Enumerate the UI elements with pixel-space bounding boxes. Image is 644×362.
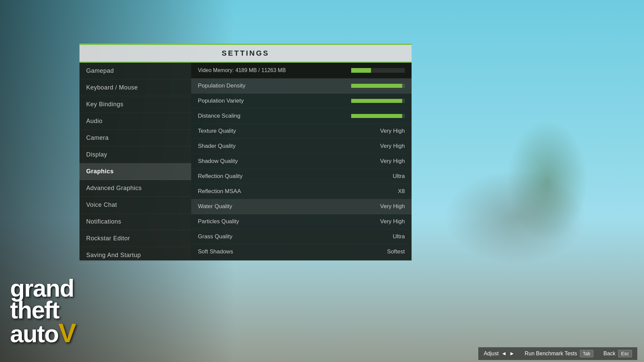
- slider-bar-distance-scaling: [351, 114, 405, 118]
- setting-label-water-quality: Water Quality: [198, 203, 232, 210]
- nav-item-voice-chat[interactable]: Voice Chat: [79, 197, 191, 214]
- logo-line3: autoV: [10, 321, 75, 345]
- settings-title-bar: SETTINGS: [79, 45, 412, 63]
- logo-line1: grand: [10, 278, 75, 299]
- nav-item-camera[interactable]: Camera: [79, 130, 191, 146]
- back-key: Esc: [618, 350, 632, 357]
- benchmark-label: Run Benchmark Tests: [525, 351, 577, 357]
- setting-label-texture-quality: Texture Quality: [198, 128, 236, 134]
- setting-value-shadow-quality: Very High: [380, 158, 405, 165]
- slider-bar-population-variety: [351, 99, 405, 103]
- setting-value-water-quality: Very High: [380, 203, 405, 210]
- nav-item-rockstar-editor[interactable]: Rockstar Editor: [79, 230, 191, 247]
- nav-item-notifications[interactable]: Notifications: [79, 214, 191, 230]
- gta-logo: grand theft autoV: [10, 278, 75, 345]
- setting-row-reflection-quality[interactable]: Reflection Quality Ultra: [191, 169, 412, 184]
- video-memory-row: Video Memory: 4189 MB / 11263 MB: [191, 63, 412, 78]
- nav-item-saving-startup[interactable]: Saving And Startup: [79, 247, 191, 264]
- setting-label-shader-quality: Shader Quality: [198, 143, 235, 149]
- setting-label-grass-quality: Grass Quality: [198, 233, 232, 240]
- video-memory-bar-fill: [351, 68, 371, 73]
- adjust-label: Adjust: [484, 351, 498, 357]
- bottom-bar: Adjust ◄ ► Run Benchmark Tests Tab Back …: [0, 345, 644, 362]
- nav-item-key-bindings[interactable]: Key Bindings: [79, 96, 191, 113]
- setting-value-particles-quality: Very High: [380, 218, 405, 225]
- nav-item-display[interactable]: Display: [79, 146, 191, 163]
- slider-rows: Population Density Population Variety Di…: [191, 78, 412, 124]
- setting-value-texture-quality: Very High: [380, 128, 405, 134]
- settings-title: SETTINGS: [222, 49, 269, 57]
- slider-label-distance-scaling: Distance Scaling: [198, 113, 240, 119]
- setting-row-soft-shadows[interactable]: Soft Shadows Softest: [191, 244, 412, 259]
- slider-fill-distance-scaling: [351, 114, 402, 118]
- settings-nav: GamepadKeyboard / MouseKey BindingsAudio…: [79, 63, 191, 260]
- setting-label-shadow-quality: Shadow Quality: [198, 158, 238, 165]
- video-memory-bar-container: [351, 68, 405, 73]
- adjust-left-arrow[interactable]: ◄: [501, 351, 507, 357]
- nav-item-audio[interactable]: Audio: [79, 113, 191, 130]
- setting-value-soft-shadows: Softest: [387, 248, 405, 255]
- setting-row-post-fx[interactable]: Post FX Ultra: [191, 259, 412, 260]
- slider-row-distance-scaling[interactable]: Distance Scaling: [191, 109, 412, 124]
- benchmark-control: Run Benchmark Tests Tab: [525, 350, 593, 357]
- setting-row-texture-quality[interactable]: Texture Quality Very High: [191, 124, 412, 139]
- setting-row-shader-quality[interactable]: Shader Quality Very High: [191, 139, 412, 154]
- setting-rows: Texture Quality Very High Shader Quality…: [191, 124, 412, 260]
- setting-row-reflection-msaa[interactable]: Reflection MSAA X8: [191, 184, 412, 199]
- settings-content: Video Memory: 4189 MB / 11263 MB Populat…: [191, 63, 412, 260]
- setting-value-shader-quality: Very High: [380, 143, 405, 149]
- slider-row-population-density[interactable]: Population Density: [191, 78, 412, 94]
- setting-row-water-quality[interactable]: Water Quality Very High: [191, 199, 412, 214]
- nav-item-graphics[interactable]: Graphics: [79, 163, 191, 180]
- slider-fill-population-variety: [351, 99, 402, 103]
- adjust-right-arrow[interactable]: ►: [509, 351, 515, 357]
- back-control: Back Esc: [603, 350, 632, 357]
- video-memory-label: Video Memory: 4189 MB / 11263 MB: [198, 67, 286, 73]
- slider-fill-population-density: [351, 84, 402, 88]
- setting-value-reflection-msaa: X8: [398, 188, 405, 195]
- benchmark-key: Tab: [580, 350, 594, 357]
- nav-item-advanced-graphics[interactable]: Advanced Graphics: [79, 180, 191, 197]
- nav-item-gamepad[interactable]: Gamepad: [79, 63, 191, 79]
- back-label: Back: [603, 351, 615, 357]
- setting-row-shadow-quality[interactable]: Shadow Quality Very High: [191, 154, 412, 169]
- setting-label-particles-quality: Particles Quality: [198, 218, 239, 225]
- slider-label-population-variety: Population Variety: [198, 98, 244, 104]
- setting-value-reflection-quality: Ultra: [393, 173, 405, 180]
- setting-label-soft-shadows: Soft Shadows: [198, 248, 233, 255]
- bottom-controls: Adjust ◄ ► Run Benchmark Tests Tab Back …: [478, 347, 637, 360]
- slider-bar-population-density: [351, 84, 405, 88]
- setting-row-particles-quality[interactable]: Particles Quality Very High: [191, 214, 412, 229]
- setting-row-grass-quality[interactable]: Grass Quality Ultra: [191, 229, 412, 244]
- settings-panel: SETTINGS GamepadKeyboard / MouseKey Bind…: [79, 44, 412, 260]
- nav-item-keyboard-mouse[interactable]: Keyboard / Mouse: [79, 79, 191, 96]
- slider-row-population-variety[interactable]: Population Variety: [191, 94, 412, 109]
- settings-body: GamepadKeyboard / MouseKey BindingsAudio…: [79, 63, 412, 260]
- slider-label-population-density: Population Density: [198, 82, 246, 89]
- setting-label-reflection-quality: Reflection Quality: [198, 173, 243, 180]
- setting-label-reflection-msaa: Reflection MSAA: [198, 188, 241, 195]
- adjust-control: Adjust ◄ ►: [484, 351, 515, 357]
- setting-value-grass-quality: Ultra: [393, 233, 405, 240]
